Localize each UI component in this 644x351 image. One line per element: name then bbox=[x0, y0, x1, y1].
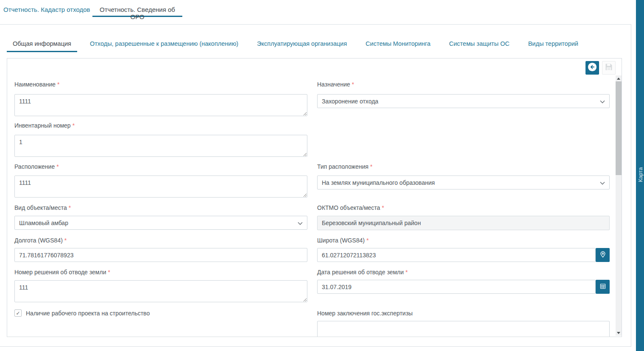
chevron-down-icon bbox=[600, 179, 605, 186]
tab-svedeniya-ob-oro[interactable]: Отчетность. Сведения об ОРО bbox=[92, 5, 182, 17]
back-circle-arrow-icon bbox=[588, 62, 597, 73]
date-picker-button[interactable] bbox=[596, 280, 610, 294]
oktmo-input bbox=[317, 216, 610, 230]
name-label: Наименование* bbox=[14, 81, 60, 88]
oktmo-label: ОКТМО объекта/места* bbox=[317, 204, 384, 211]
inventory-number-textarea[interactable]: 1 bbox=[14, 135, 307, 157]
tab-kadastr-othodov[interactable]: Отчетность. Кадастр отходов bbox=[3, 5, 90, 13]
latitude-label: Широта (WGS84)* bbox=[317, 237, 369, 244]
land-decision-number-label: Номер решения об отводе земли* bbox=[14, 269, 110, 276]
map-panel-label: Карта bbox=[637, 167, 643, 182]
object-kind-label: Вид объекта/места* bbox=[14, 204, 71, 211]
tab-ekspluatiruyushchaya-organizatsiya[interactable]: Эксплуатирующая организация bbox=[251, 36, 353, 52]
land-decision-number-textarea[interactable]: 111 bbox=[14, 280, 307, 302]
location-type-select[interactable]: На землях муниципального образования bbox=[317, 176, 610, 189]
construction-project-field: ✓ Наличие рабочего проекта на строительс… bbox=[14, 309, 150, 317]
calendar-icon bbox=[599, 283, 606, 291]
save-button[interactable] bbox=[602, 61, 616, 75]
map-pin-icon bbox=[599, 251, 607, 260]
location-textarea[interactable]: 1111 bbox=[14, 176, 307, 198]
inventory-number-label: Инвентарный номер* bbox=[14, 122, 75, 129]
longitude-input[interactable] bbox=[14, 248, 307, 262]
scroll-up-button[interactable] bbox=[616, 75, 622, 81]
location-type-label: Тип расположения* bbox=[317, 163, 373, 170]
scroll-down-button[interactable] bbox=[616, 330, 622, 336]
scrollbar-thumb[interactable] bbox=[616, 81, 622, 175]
purpose-label: Назначение* bbox=[317, 81, 354, 88]
name-textarea[interactable]: 1111 bbox=[14, 94, 307, 116]
form-scrollbar[interactable] bbox=[616, 75, 622, 336]
chevron-down-icon bbox=[600, 98, 605, 105]
land-decision-date-label: Дата решения об отводе земли* bbox=[317, 269, 408, 276]
tab-obshchaya-informatsiya[interactable]: Общая информация bbox=[7, 36, 77, 52]
purpose-select[interactable]: Захоронение отхода bbox=[317, 94, 610, 108]
expertise-number-input[interactable] bbox=[317, 321, 610, 337]
tab-sistemy-monitoringa[interactable]: Системы Мониторинга bbox=[360, 36, 436, 52]
back-button[interactable] bbox=[585, 61, 599, 75]
latitude-input[interactable] bbox=[317, 248, 596, 262]
construction-project-label: Наличие рабочего проекта на строительств… bbox=[26, 310, 150, 317]
object-kind-select[interactable]: Шламовый амбар bbox=[14, 216, 307, 230]
section-tabbar: Общая информация Отходы, разрешенные к р… bbox=[7, 36, 591, 52]
longitude-label: Долгота (WGS84)* bbox=[14, 237, 67, 244]
tab-vidy-territoriy[interactable]: Виды территорий bbox=[522, 36, 584, 52]
tab-sistemy-zashchity-os[interactable]: Системы защиты ОС bbox=[443, 36, 515, 52]
general-info-panel: Наименование* 1111 Назначение* Захоронен… bbox=[7, 58, 622, 337]
save-floppy-icon bbox=[605, 63, 613, 73]
expertise-number-label: Номер заключения гос.экспертизы bbox=[317, 310, 413, 317]
triangle-down-icon bbox=[617, 332, 620, 334]
land-decision-date-input[interactable] bbox=[317, 280, 596, 294]
tab-othody-razmeshchenie[interactable]: Отходы, разрешенные к размещению (накопл… bbox=[84, 36, 244, 52]
map-panel-collapsed-tab[interactable]: Карта bbox=[636, 0, 644, 351]
triangle-up-icon bbox=[617, 78, 620, 80]
location-label: Расположение* bbox=[14, 163, 59, 170]
chevron-down-icon bbox=[298, 220, 303, 226]
map-pick-button[interactable] bbox=[596, 248, 610, 262]
construction-project-checkbox[interactable]: ✓ bbox=[14, 309, 22, 317]
check-icon: ✓ bbox=[16, 310, 20, 316]
